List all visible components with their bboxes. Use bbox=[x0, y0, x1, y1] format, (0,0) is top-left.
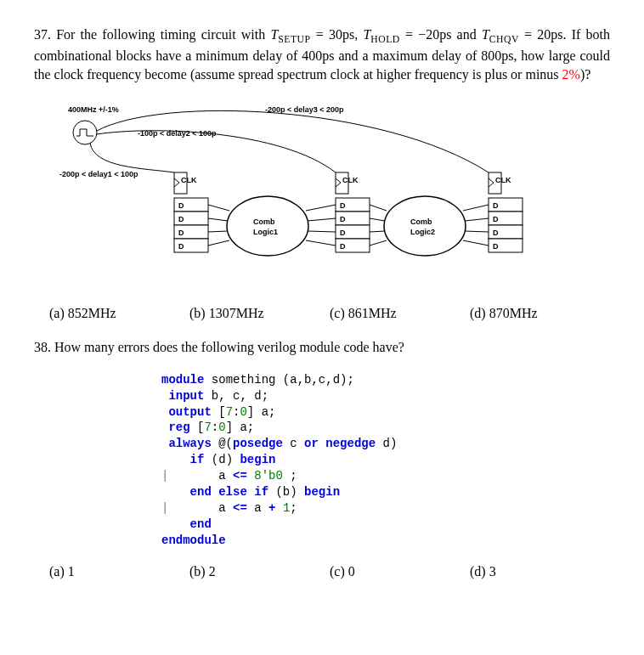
svg-line-35 bbox=[370, 218, 385, 221]
svg-text:D: D bbox=[178, 242, 184, 251]
svg-text:D: D bbox=[340, 215, 346, 223]
q38-option-b: (b) 2 bbox=[189, 564, 330, 579]
delay3-wire bbox=[97, 111, 489, 173]
svg-text:D: D bbox=[178, 201, 184, 210]
q38-option-c: (c) 0 bbox=[330, 564, 470, 579]
q37-number: 37. bbox=[34, 27, 51, 42]
q38-option-d: (d) 3 bbox=[470, 564, 610, 579]
svg-line-39 bbox=[465, 218, 489, 221]
svg-text:Logic2: Logic2 bbox=[410, 228, 435, 236]
svg-text:Logic1: Logic1 bbox=[253, 228, 278, 236]
svg-line-38 bbox=[463, 205, 489, 211]
svg-text:D: D bbox=[178, 215, 184, 223]
q38-option-a: (a) 1 bbox=[49, 564, 189, 579]
svg-text:D: D bbox=[493, 229, 499, 237]
svg-line-15 bbox=[208, 231, 228, 232]
svg-text:CLK: CLK bbox=[495, 176, 511, 184]
svg-line-16 bbox=[208, 240, 229, 246]
svg-line-18 bbox=[308, 218, 336, 221]
register-1: CLK D D D D bbox=[174, 172, 208, 252]
svg-line-17 bbox=[306, 205, 336, 211]
svg-text:Comb: Comb bbox=[253, 217, 275, 226]
question-38: 38. How many errors does the following v… bbox=[34, 338, 610, 579]
q37-option-d: (d) 870MHz bbox=[470, 306, 610, 321]
register-3: CLK D D D D bbox=[489, 172, 523, 252]
svg-text:D: D bbox=[493, 215, 499, 223]
circuit-svg: 400MHz +/-1% -200p < delay3 < 200p -100p… bbox=[59, 100, 569, 287]
q38-options: (a) 1 (b) 2 (c) 0 (d) 3 bbox=[49, 564, 610, 579]
q38-number: 38. bbox=[34, 340, 51, 354]
svg-point-10 bbox=[227, 196, 308, 256]
svg-point-31 bbox=[384, 196, 466, 256]
q38-text: 38. How many errors does the following v… bbox=[34, 338, 610, 357]
clock-waveform-icon bbox=[76, 129, 93, 136]
svg-line-13 bbox=[208, 205, 229, 211]
svg-text:D: D bbox=[340, 242, 346, 251]
q37-text: 37. For the following timing circuit wit… bbox=[34, 25, 610, 83]
svg-line-19 bbox=[308, 231, 336, 232]
svg-text:D: D bbox=[493, 201, 499, 210]
svg-text:D: D bbox=[340, 201, 346, 210]
svg-line-14 bbox=[208, 218, 228, 221]
question-37: 37. For the following timing circuit wit… bbox=[34, 25, 610, 321]
svg-text:Comb: Comb bbox=[410, 217, 432, 226]
svg-line-36 bbox=[370, 231, 385, 232]
comb-logic-1: Comb Logic1 bbox=[227, 196, 308, 256]
svg-line-34 bbox=[370, 205, 387, 211]
verilog-code: module something (a,b,c,d); input b, c, … bbox=[161, 372, 610, 549]
svg-line-40 bbox=[465, 231, 489, 232]
q37-option-b: (b) 1307MHz bbox=[189, 306, 330, 321]
comb-logic-2: Comb Logic2 bbox=[384, 196, 466, 256]
delay1-label: -200p < delay1 < 100p bbox=[59, 170, 138, 178]
clk-freq-label: 400MHz +/-1% bbox=[68, 105, 119, 114]
delay3-label: -200p < delay3 < 200p bbox=[265, 105, 344, 114]
clock-source-icon bbox=[73, 121, 97, 144]
svg-text:D: D bbox=[178, 229, 184, 237]
svg-text:D: D bbox=[493, 242, 499, 251]
q37-option-a: (a) 852MHz bbox=[49, 306, 189, 321]
svg-text:D: D bbox=[340, 229, 346, 237]
q37-options: (a) 852MHz (b) 1307MHz (c) 861MHz (d) 87… bbox=[49, 306, 610, 321]
svg-line-37 bbox=[370, 240, 387, 246]
timing-diagram: 400MHz +/-1% -200p < delay3 < 200p -100p… bbox=[59, 100, 602, 291]
svg-line-41 bbox=[463, 240, 489, 246]
svg-line-20 bbox=[306, 240, 336, 246]
delay1-wire bbox=[90, 143, 174, 172]
svg-text:CLK: CLK bbox=[181, 176, 197, 184]
q37-option-c: (c) 861MHz bbox=[330, 306, 470, 321]
svg-text:CLK: CLK bbox=[342, 176, 359, 184]
register-2: CLK D D D D bbox=[336, 172, 370, 252]
